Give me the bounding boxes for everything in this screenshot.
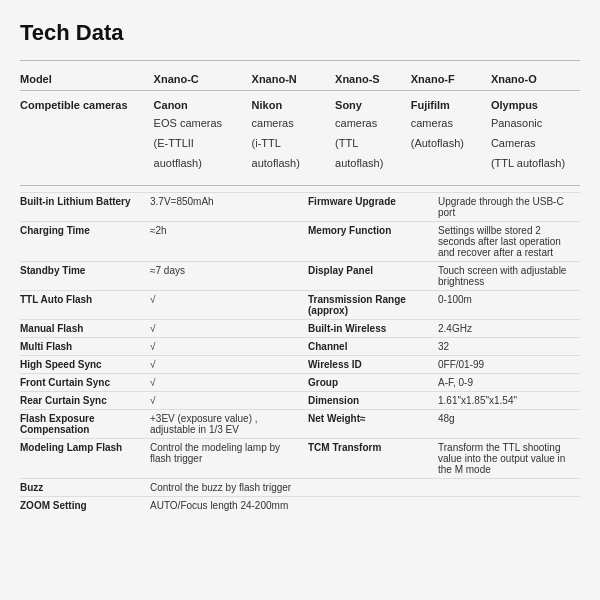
spec-left-0: Built-in Lithium Battery3.7V=850mAh bbox=[20, 192, 300, 221]
spec-value-right-5: 32 bbox=[438, 341, 580, 352]
compat-row-3: auotflash) autoflash) autoflash) (TTL au… bbox=[20, 153, 580, 173]
spec-right-7: GroupA-F, 0-9 bbox=[300, 373, 580, 391]
compat-f-0: Fujifilm bbox=[411, 91, 491, 114]
page: Tech Data Model Xnano-C Xnano-N Xnano-S … bbox=[0, 0, 600, 600]
spec-label-left-8: Rear Curtain Sync bbox=[20, 395, 150, 406]
spec-left-9: Flash Exposure Compensation+3EV (exposur… bbox=[20, 409, 300, 438]
compat-n-0: Nikon bbox=[252, 91, 335, 114]
spec-right-3: Transmission Range (approx)0-100m bbox=[300, 290, 580, 319]
spec-right-12 bbox=[300, 496, 580, 514]
spec-label-left-0: Built-in Lithium Battery bbox=[20, 196, 150, 207]
col-header-c: Xnano-C bbox=[154, 69, 252, 91]
spec-label-right-5: Channel bbox=[308, 341, 438, 352]
spec-left-3: TTL Auto Flash√ bbox=[20, 290, 300, 319]
col-header-o: Xnano-O bbox=[491, 69, 580, 91]
spec-value-left-11: Control the buzz by flash trigger bbox=[150, 482, 292, 493]
compat-label: Competible cameras bbox=[20, 91, 154, 114]
compat-n-3: autoflash) bbox=[252, 153, 335, 173]
spec-label-left-12: ZOOM Setting bbox=[20, 500, 150, 511]
compat-o-2: Cameras bbox=[491, 133, 580, 153]
col-header-f: Xnano-F bbox=[411, 69, 491, 91]
compat-c-3: auotflash) bbox=[154, 153, 252, 173]
spec-right-6: Wireless ID0FF/01-99 bbox=[300, 355, 580, 373]
spec-label-right-0: Firmware Upgrade bbox=[308, 196, 438, 207]
spec-label-right-9: Net Weight≈ bbox=[308, 413, 438, 424]
compat-c-0: Canon bbox=[154, 91, 252, 114]
spec-label-left-2: Standby Time bbox=[20, 265, 150, 276]
spec-left-1: Charging Time≈2h bbox=[20, 221, 300, 261]
model-table: Model Xnano-C Xnano-N Xnano-S Xnano-F Xn… bbox=[20, 69, 580, 173]
col-header-model: Model bbox=[20, 69, 154, 91]
spec-value-right-8: 1.61"x1.85"x1.54" bbox=[438, 395, 580, 406]
spec-value-left-8: √ bbox=[150, 395, 292, 406]
spec-value-right-6: 0FF/01-99 bbox=[438, 359, 580, 370]
spec-value-right-7: A-F, 0-9 bbox=[438, 377, 580, 388]
spec-label-left-9: Flash Exposure Compensation bbox=[20, 413, 150, 435]
spec-value-right-2: Touch screen with adjustable brightness bbox=[438, 265, 580, 287]
spec-value-left-12: AUTO/Focus length 24-200mm bbox=[150, 500, 292, 511]
compat-c-1: EOS cameras bbox=[154, 113, 252, 133]
spec-label-right-7: Group bbox=[308, 377, 438, 388]
spec-left-7: Front Curtain Sync√ bbox=[20, 373, 300, 391]
spec-right-8: Dimension1.61"x1.85"x1.54" bbox=[300, 391, 580, 409]
compat-c-2: (E-TTLII bbox=[154, 133, 252, 153]
spec-value-left-0: 3.7V=850mAh bbox=[150, 196, 292, 207]
spec-right-0: Firmware UpgradeUpgrade through the USB-… bbox=[300, 192, 580, 221]
spec-label-right-1: Memory Function bbox=[308, 225, 438, 236]
spec-left-4: Manual Flash√ bbox=[20, 319, 300, 337]
spec-right-4: Built-in Wireless2.4GHz bbox=[300, 319, 580, 337]
spec-label-right-4: Built-in Wireless bbox=[308, 323, 438, 334]
spec-value-right-0: Upgrade through the USB-C port bbox=[438, 196, 580, 218]
spec-left-5: Multi Flash√ bbox=[20, 337, 300, 355]
spec-label-left-7: Front Curtain Sync bbox=[20, 377, 150, 388]
spec-label-left-4: Manual Flash bbox=[20, 323, 150, 334]
spec-label-left-5: Multi Flash bbox=[20, 341, 150, 352]
col-header-s: Xnano-S bbox=[335, 69, 411, 91]
spec-left-6: High Speed Sync√ bbox=[20, 355, 300, 373]
spec-left-12: ZOOM SettingAUTO/Focus length 24-200mm bbox=[20, 496, 300, 514]
spec-value-left-6: √ bbox=[150, 359, 292, 370]
spec-left-8: Rear Curtain Sync√ bbox=[20, 391, 300, 409]
compat-s-1: cameras bbox=[335, 113, 411, 133]
spec-value-left-1: ≈2h bbox=[150, 225, 292, 236]
page-title: Tech Data bbox=[20, 20, 580, 46]
spec-value-right-4: 2.4GHz bbox=[438, 323, 580, 334]
spec-right-1: Memory FunctionSettings willbe stored 2 … bbox=[300, 221, 580, 261]
spec-label-right-3: Transmission Range (approx) bbox=[308, 294, 438, 316]
compat-n-1: cameras bbox=[252, 113, 335, 133]
spec-left-2: Standby Time≈7 days bbox=[20, 261, 300, 290]
top-divider bbox=[20, 60, 580, 61]
compat-f-2: (Autoflash) bbox=[411, 133, 491, 153]
spec-value-left-4: √ bbox=[150, 323, 292, 334]
spec-value-left-2: ≈7 days bbox=[150, 265, 292, 276]
spec-left-11: BuzzControl the buzz by flash trigger bbox=[20, 478, 300, 496]
spec-right-5: Channel32 bbox=[300, 337, 580, 355]
compat-o-0: Olympus bbox=[491, 91, 580, 114]
spec-label-right-6: Wireless ID bbox=[308, 359, 438, 370]
spec-value-right-1: Settings willbe stored 2 seconds after l… bbox=[438, 225, 580, 258]
spec-value-left-9: +3EV (exposure value) , adjustable in 1/… bbox=[150, 413, 292, 435]
compat-s-2: (TTL bbox=[335, 133, 411, 153]
spec-value-right-3: 0-100m bbox=[438, 294, 580, 305]
spec-label-right-2: Display Panel bbox=[308, 265, 438, 276]
spec-value-right-10: Transform the TTL shooting value into th… bbox=[438, 442, 580, 475]
spec-label-left-6: High Speed Sync bbox=[20, 359, 150, 370]
specs-grid: Built-in Lithium Battery3.7V=850mAhFirmw… bbox=[20, 192, 580, 514]
spec-value-left-10: Control the modeling lamp by flash trigg… bbox=[150, 442, 292, 464]
compat-s-3: autoflash) bbox=[335, 153, 411, 173]
compat-row-2: (E-TTLII (i-TTL (TTL (Autoflash) Cameras bbox=[20, 133, 580, 153]
spec-label-right-8: Dimension bbox=[308, 395, 438, 406]
mid-divider bbox=[20, 185, 580, 186]
spec-right-9: Net Weight≈48g bbox=[300, 409, 580, 438]
compat-n-2: (i-TTL bbox=[252, 133, 335, 153]
compat-s-0: Sony bbox=[335, 91, 411, 114]
spec-label-right-10: TCM Transform bbox=[308, 442, 438, 453]
spec-value-left-3: √ bbox=[150, 294, 292, 305]
compat-row-1: EOS cameras cameras cameras cameras Pana… bbox=[20, 113, 580, 133]
spec-label-left-11: Buzz bbox=[20, 482, 150, 493]
compat-f-3 bbox=[411, 153, 491, 173]
compat-f-1: cameras bbox=[411, 113, 491, 133]
spec-value-left-5: √ bbox=[150, 341, 292, 352]
spec-label-left-3: TTL Auto Flash bbox=[20, 294, 150, 305]
spec-label-left-1: Charging Time bbox=[20, 225, 150, 236]
